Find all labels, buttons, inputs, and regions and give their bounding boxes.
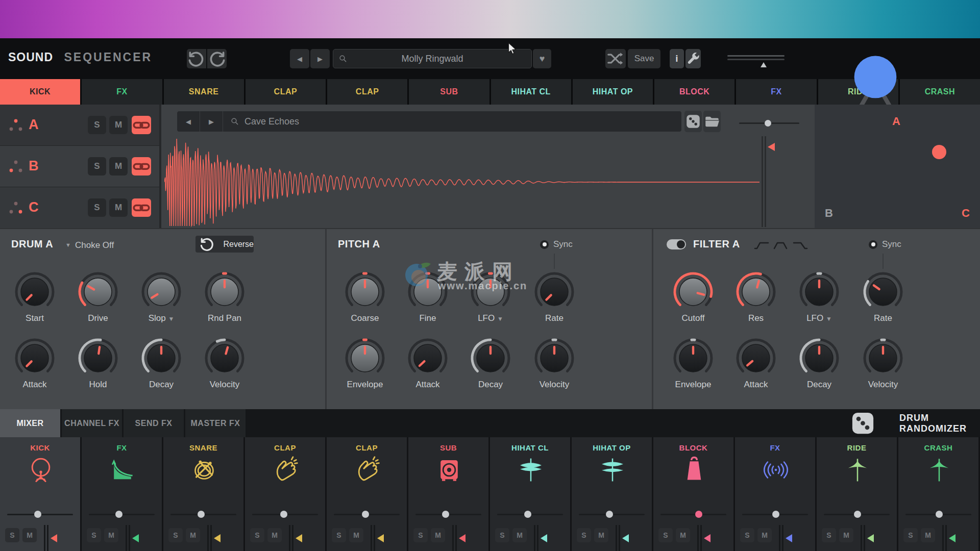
channel-solo-button[interactable]: S bbox=[822, 528, 836, 542]
layer-c-mute-button[interactable]: M bbox=[109, 198, 128, 217]
drum-hold-knob[interactable]: Hold bbox=[72, 333, 124, 390]
drum-tab-sub-5[interactable]: SUB bbox=[409, 79, 489, 105]
filter-lfo-knob[interactable]: LFO ▼ bbox=[794, 266, 845, 323]
mixer-channel-hihat-op-7[interactable]: HIHAT OPSM bbox=[572, 437, 653, 551]
mixer-channel-kick-0[interactable]: KICKSM bbox=[0, 437, 82, 551]
layer-a-link-button[interactable] bbox=[132, 116, 151, 134]
drum-tab-block-8[interactable]: BLOCK bbox=[654, 79, 734, 105]
channel-mute-button[interactable]: M bbox=[104, 528, 118, 542]
channel-mute-button[interactable]: M bbox=[186, 528, 200, 542]
channel-solo-button[interactable]: S bbox=[658, 528, 673, 542]
mixer-channel-sub-5[interactable]: SUBSM bbox=[408, 437, 490, 551]
waveform-marker[interactable] bbox=[768, 143, 775, 151]
mixer-channel-fx-9[interactable]: FXSM bbox=[735, 437, 817, 551]
choke-caret-down-icon[interactable]: ▼ bbox=[65, 242, 71, 248]
channel-solo-button[interactable]: S bbox=[87, 528, 101, 542]
drum-slop-knob[interactable]: Slop ▼ bbox=[136, 266, 187, 323]
sample-name[interactable]: Cave Echoes bbox=[244, 116, 299, 127]
pitch-attack-knob[interactable]: Attack bbox=[402, 333, 453, 390]
mixer-channel-block-8[interactable]: BLOCKSM bbox=[653, 437, 735, 551]
mixer-tab-mixer[interactable]: MIXER bbox=[0, 409, 60, 437]
info-button[interactable]: i bbox=[670, 49, 684, 68]
channel-solo-button[interactable]: S bbox=[332, 528, 346, 542]
filter-decay-knob[interactable]: Decay bbox=[794, 333, 845, 390]
sample-random-button[interactable] bbox=[684, 111, 702, 132]
filter-sync-radio[interactable] bbox=[869, 240, 877, 249]
layer-a-mute-button[interactable]: M bbox=[109, 116, 128, 134]
channel-volume-handle[interactable] bbox=[772, 511, 779, 518]
pitch-velocity-knob[interactable]: Velocity bbox=[529, 333, 580, 390]
drum-start-knob[interactable]: Start bbox=[9, 266, 60, 323]
channel-volume-handle[interactable] bbox=[936, 511, 943, 518]
pitch-coarse-knob[interactable]: Coarse bbox=[339, 266, 390, 323]
brand-sound[interactable]: SOUND bbox=[8, 51, 53, 64]
channel-volume-handle[interactable] bbox=[198, 511, 205, 518]
channel-solo-button[interactable]: S bbox=[903, 528, 918, 542]
layer-blend-xy-pad[interactable]: A B C bbox=[815, 105, 980, 228]
xy-pad-dot[interactable] bbox=[932, 145, 946, 159]
channel-solo-button[interactable]: S bbox=[250, 528, 264, 542]
mixer-channel-fx-1[interactable]: FXSM bbox=[82, 437, 163, 551]
channel-output-arrow[interactable] bbox=[704, 534, 710, 542]
channel-volume-handle[interactable] bbox=[442, 511, 449, 518]
waveform-zoom-scrollbar[interactable] bbox=[762, 136, 767, 227]
drum-decay-knob[interactable]: Decay bbox=[136, 333, 187, 390]
layer-a-solo-button[interactable]: S bbox=[88, 116, 106, 134]
channel-solo-button[interactable]: S bbox=[577, 528, 591, 542]
channel-mute-button[interactable]: M bbox=[267, 528, 282, 542]
channel-mute-button[interactable]: M bbox=[839, 528, 853, 542]
drum-rnd-pan-knob[interactable]: Rnd Pan bbox=[199, 266, 250, 323]
mixer-channel-snare-2[interactable]: SNARESM bbox=[163, 437, 245, 551]
filter-lowpass-icon[interactable] bbox=[792, 240, 808, 251]
drum-tab-kick-0[interactable]: KICK bbox=[0, 79, 80, 105]
channel-mute-button[interactable]: M bbox=[512, 528, 527, 542]
drum-tab-fx-1[interactable]: FX bbox=[82, 79, 162, 105]
mixer-channel-ride-10[interactable]: RIDESM bbox=[817, 437, 898, 551]
mixer-channel-hihat-cl-6[interactable]: HIHAT CLSM bbox=[490, 437, 572, 551]
mixer-tab-master-fx[interactable]: MASTER FX bbox=[185, 409, 246, 437]
filter-sync-control[interactable]: Sync bbox=[869, 239, 901, 249]
preset-prev-button[interactable]: ◀ bbox=[290, 49, 309, 68]
channel-output-arrow[interactable] bbox=[786, 534, 792, 542]
channel-mute-button[interactable]: M bbox=[594, 528, 608, 542]
channel-output-arrow[interactable] bbox=[949, 534, 955, 542]
layer-c-link-button[interactable] bbox=[132, 198, 151, 217]
channel-output-arrow[interactable] bbox=[132, 534, 139, 542]
mixer-tab-channel-fx[interactable]: CHANNEL FX bbox=[62, 409, 122, 437]
drum-tab-hihat-op-7[interactable]: HIHAT OP bbox=[573, 79, 653, 105]
channel-solo-button[interactable]: S bbox=[740, 528, 754, 542]
channel-mute-button[interactable]: M bbox=[921, 528, 935, 542]
randomize-preset-button[interactable] bbox=[605, 49, 626, 68]
pitch-decay-knob[interactable]: Decay bbox=[465, 333, 516, 390]
layer-c-solo-button[interactable]: S bbox=[88, 198, 106, 217]
channel-output-arrow[interactable] bbox=[459, 534, 465, 542]
channel-output-arrow[interactable] bbox=[296, 534, 302, 542]
channel-solo-button[interactable]: S bbox=[168, 528, 183, 542]
pitch-fine-knob[interactable]: Fine bbox=[402, 266, 453, 323]
channel-mute-button[interactable]: M bbox=[22, 528, 37, 542]
filter-envelope-knob[interactable]: Envelope bbox=[668, 333, 719, 390]
channel-solo-button[interactable]: S bbox=[495, 528, 509, 542]
filter-enable-toggle[interactable] bbox=[667, 239, 686, 249]
drum-tab-clap-3[interactable]: CLAP bbox=[246, 79, 326, 105]
channel-volume-handle[interactable] bbox=[606, 511, 613, 518]
pitch-envelope-knob[interactable]: Envelope bbox=[339, 333, 390, 390]
sample-volume-slider[interactable] bbox=[739, 120, 799, 127]
preset-search-field[interactable]: Molly Ringwald bbox=[333, 49, 532, 68]
pitch-sync-radio[interactable] bbox=[540, 240, 549, 249]
drum-attack-knob[interactable]: Attack bbox=[9, 333, 60, 390]
channel-output-arrow[interactable] bbox=[214, 534, 220, 542]
layer-row-c[interactable]: CSM bbox=[0, 187, 159, 229]
channel-volume-handle[interactable] bbox=[854, 511, 861, 518]
sample-volume-handle[interactable] bbox=[765, 120, 771, 127]
save-button[interactable]: Save bbox=[628, 49, 660, 68]
channel-output-arrow[interactable] bbox=[867, 534, 874, 542]
filter-cutoff-knob[interactable]: Cutoff bbox=[668, 266, 719, 323]
sample-folder-button[interactable] bbox=[703, 111, 721, 132]
drum-tab-snare-2[interactable]: SNARE bbox=[164, 79, 244, 105]
channel-volume-handle[interactable] bbox=[524, 511, 531, 518]
layer-b-link-button[interactable] bbox=[132, 157, 151, 176]
filter-res-knob[interactable]: Res bbox=[730, 266, 781, 323]
undo-button[interactable] bbox=[187, 49, 206, 68]
channel-mute-button[interactable]: M bbox=[349, 528, 363, 542]
